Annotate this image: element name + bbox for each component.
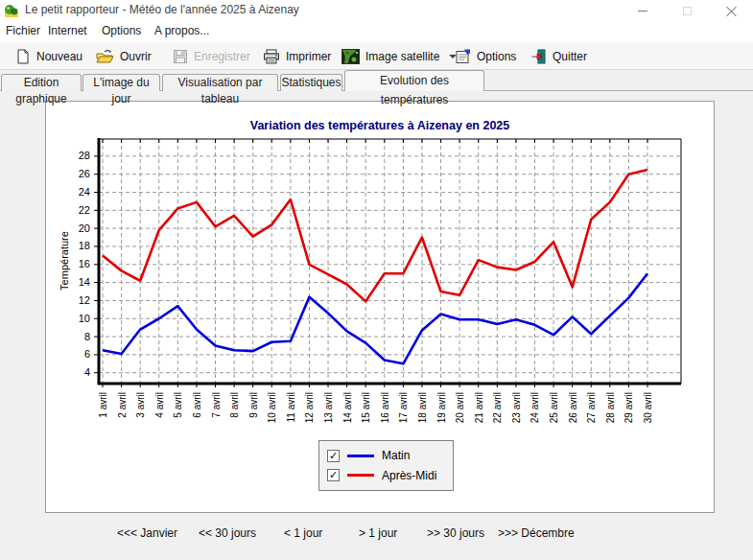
svg-text:12 avril: 12 avril — [304, 392, 315, 423]
title-bar: Le petit rapporteur - Météo de l'année 2… — [0, 0, 753, 21]
nav-janvier[interactable]: <<< Janvier — [117, 526, 177, 540]
nouveau-button[interactable]: Nouveau — [12, 45, 86, 67]
svg-text:18: 18 — [79, 240, 90, 251]
svg-text:16: 16 — [79, 258, 90, 269]
matin-line-swatch — [347, 455, 374, 457]
svg-text:21 avril: 21 avril — [474, 392, 484, 423]
tab-visualisation-tableau[interactable]: Visualisation par tableau — [162, 74, 278, 91]
svg-text:28: 28 — [79, 150, 90, 161]
svg-text:2 avril: 2 avril — [117, 392, 128, 418]
menu-internet[interactable]: Internet — [48, 24, 87, 37]
svg-text:1 avril: 1 avril — [98, 392, 108, 418]
svg-text:27 avril: 27 avril — [586, 392, 597, 423]
nouveau-label: Nouveau — [36, 50, 82, 63]
chart-legend: Matin Après-Midi — [318, 440, 454, 491]
maximize-button[interactable] — [665, 0, 709, 21]
nav-back-1-jour[interactable]: < 1 jour — [284, 526, 322, 540]
close-button[interactable] — [709, 0, 753, 21]
svg-text:9 avril: 9 avril — [248, 392, 259, 418]
tab-strip: Edition graphique L'image du jour Visual… — [0, 70, 753, 91]
matin-checkbox[interactable] — [327, 450, 340, 462]
minimize-icon — [638, 11, 647, 12]
svg-text:17 avril: 17 avril — [398, 392, 409, 423]
svg-text:26 avril: 26 avril — [568, 392, 578, 423]
exit-door-icon — [530, 49, 547, 64]
menu-a-propos[interactable]: A propos... — [154, 24, 209, 37]
temperature-chart: 468101214161820222426281 avril2 avril3 a… — [45, 134, 714, 441]
satellite-image-icon — [341, 49, 360, 64]
svg-text:25 avril: 25 avril — [549, 392, 559, 423]
app-icon — [4, 3, 19, 18]
svg-text:3 avril: 3 avril — [135, 392, 146, 418]
minimize-button[interactable] — [621, 0, 665, 21]
printer-icon — [263, 49, 280, 64]
svg-text:24: 24 — [79, 186, 90, 198]
chart-title: Variation des températures à Aizenay en … — [45, 119, 715, 132]
nav-fwd-1-jour[interactable]: > 1 jour — [359, 526, 397, 540]
svg-text:6: 6 — [84, 348, 90, 360]
imprimer-button[interactable]: Imprimer — [259, 45, 335, 67]
matin-label: Matin — [382, 449, 410, 462]
quitter-button[interactable]: Quitter — [527, 45, 591, 67]
tab-edition-graphique[interactable]: Edition graphique — [1, 74, 82, 91]
window-title: Le petit rapporteur - Météo de l'année 2… — [25, 3, 299, 16]
enregistrer-button[interactable]: Enregistrer — [169, 45, 254, 67]
ouvrir-button[interactable]: Ouvrir — [92, 45, 155, 67]
ouvrir-label: Ouvrir — [120, 50, 152, 63]
svg-text:Température: Température — [59, 231, 70, 291]
menu-fichier[interactable]: Fichier — [6, 24, 40, 37]
options-label: Options — [477, 50, 516, 63]
svg-text:28 avril: 28 avril — [605, 392, 616, 423]
svg-text:15 avril: 15 avril — [361, 392, 371, 423]
svg-text:6 avril: 6 avril — [192, 392, 202, 418]
maximize-icon — [683, 7, 692, 15]
svg-text:4: 4 — [84, 366, 90, 378]
options-button[interactable]: Options — [451, 45, 520, 67]
svg-text:20 avril: 20 avril — [455, 392, 465, 423]
svg-text:22 avril: 22 avril — [492, 392, 503, 423]
tab-image-du-jour[interactable]: L'image du jour — [82, 74, 160, 91]
svg-text:30 avril: 30 avril — [643, 392, 653, 423]
svg-text:12: 12 — [79, 294, 90, 306]
new-page-icon — [15, 49, 31, 64]
save-floppy-icon — [173, 49, 188, 64]
nav-back-30-jours[interactable]: << 30 jours — [199, 526, 256, 540]
apres-midi-line-swatch — [347, 474, 374, 477]
imprimer-label: Imprimer — [286, 50, 331, 63]
svg-text:7 avril: 7 avril — [211, 392, 222, 418]
options-notepad-icon — [455, 49, 471, 64]
svg-text:24 avril: 24 avril — [529, 392, 540, 423]
svg-text:10: 10 — [79, 313, 90, 324]
svg-text:16 avril: 16 avril — [380, 392, 390, 423]
svg-text:14: 14 — [79, 276, 90, 288]
svg-text:19 avril: 19 avril — [436, 392, 447, 423]
apres-midi-checkbox[interactable] — [327, 469, 340, 481]
svg-text:13 avril: 13 avril — [323, 392, 334, 423]
legend-row-apres-midi: Après-Midi — [327, 467, 445, 484]
svg-text:18 avril: 18 avril — [417, 392, 428, 423]
menu-options[interactable]: Options — [102, 24, 141, 37]
svg-text:5 avril: 5 avril — [173, 392, 183, 418]
nav-decembre[interactable]: >>> Décembre — [498, 526, 575, 540]
svg-text:14 avril: 14 avril — [342, 392, 353, 423]
svg-text:22: 22 — [79, 204, 90, 216]
open-folder-icon — [96, 49, 114, 64]
quitter-label: Quitter — [553, 50, 587, 63]
svg-text:8: 8 — [84, 331, 90, 342]
apres-midi-label: Après-Midi — [382, 469, 436, 482]
enregistrer-label: Enregistrer — [194, 50, 250, 63]
menu-bar: Fichier Internet Options A propos... — [0, 21, 753, 42]
nav-fwd-30-jours[interactable]: >> 30 jours — [427, 526, 484, 540]
svg-text:29 avril: 29 avril — [624, 392, 634, 423]
svg-text:8 avril: 8 avril — [229, 392, 240, 418]
tab-statistiques[interactable]: Statistiques — [280, 74, 342, 91]
svg-text:26: 26 — [79, 168, 90, 179]
svg-text:20: 20 — [79, 222, 90, 234]
svg-text:23 avril: 23 avril — [511, 392, 522, 423]
toolbar: Nouveau Ouvrir Enregistrer Imprimer — [0, 42, 753, 70]
image-satellite-button[interactable]: Image satellite — [338, 45, 460, 67]
close-icon — [726, 6, 737, 16]
series-line-1 — [103, 170, 647, 301]
svg-text:4 avril: 4 avril — [154, 392, 165, 418]
tab-evolution-temperatures[interactable]: Evolution des températures — [344, 70, 484, 91]
